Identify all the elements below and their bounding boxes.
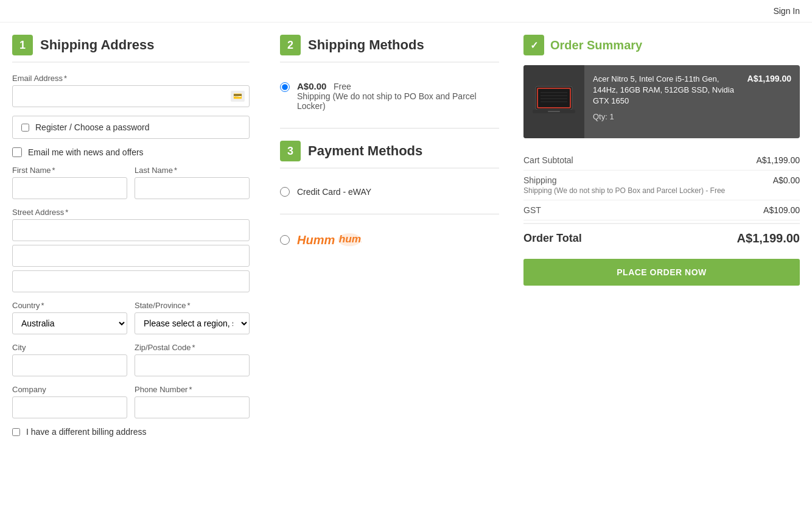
gst-label: GST (523, 205, 541, 215)
card-icon: 💳 (231, 91, 245, 102)
checkmark-badge: ✓ (523, 35, 544, 55)
country-select[interactable]: Australia (12, 312, 127, 334)
product-info: Acer Nitro 5, Intel Core i5-11th Gen, 14… (584, 65, 747, 138)
state-required: * (187, 301, 191, 310)
country-state-row: Country * Australia State/Province * Ple… (12, 301, 250, 334)
step3-badge: 3 (280, 141, 301, 161)
zip-input[interactable] (135, 354, 250, 376)
product-qty: Qty: 1 (593, 112, 739, 121)
humm-label[interactable]: Humm humm (297, 231, 362, 248)
email-label: Email Address * (12, 74, 250, 83)
last-name-label: Last Name * (135, 166, 250, 175)
register-label[interactable]: Register / Choose a password (35, 122, 150, 132)
first-name-label: First Name * (12, 166, 127, 175)
billing-label[interactable]: I have a different billing address (26, 427, 146, 437)
methods-section: 2 Shipping Methods A$0.00 Free Shipping … (268, 35, 511, 256)
shipping-row-info: Shipping (We do not ship to PO Box and P… (523, 186, 725, 195)
step1-badge: 1 (12, 35, 33, 55)
last-name-input[interactable] (135, 177, 250, 199)
name-row: First Name * Last Name * (12, 166, 250, 199)
street-input-2[interactable] (12, 245, 250, 267)
main-layout: 1 Shipping Address Email Address * 💳 Reg… (0, 23, 812, 449)
shipping-details: A$0.00 Free Shipping (We do not ship to … (297, 81, 499, 111)
order-summary-header: ✓ Order Summary (523, 35, 800, 55)
credit-card-label[interactable]: Credit Card - eWAY (297, 187, 371, 197)
billing-row: I have a different billing address (12, 427, 250, 437)
email-news-label[interactable]: Email me with news and offers (28, 147, 144, 157)
register-checkbox[interactable] (21, 124, 29, 132)
zip-required: * (192, 343, 195, 352)
laptop-icon (530, 80, 578, 123)
street-input-3[interactable] (12, 270, 250, 292)
country-group: Country * Australia (12, 301, 127, 334)
country-required: * (41, 301, 44, 310)
shipping-row: Shipping A$0.00 Shipping (We do not ship… (523, 171, 800, 200)
place-order-button[interactable]: PLACE ORDER NOW (523, 259, 800, 286)
product-card: Acer Nitro 5, Intel Core i5-11th Gen, 14… (523, 65, 800, 138)
email-form-group: Email Address * 💳 (12, 74, 250, 107)
svg-rect-4 (538, 89, 570, 107)
company-phone-row: Company Phone Number * (12, 385, 250, 418)
section1-header: 1 Shipping Address (12, 35, 250, 63)
city-label: City (12, 343, 127, 352)
email-news-row: Email me with news and offers (12, 147, 250, 157)
order-total-value: A$1,199.00 (737, 231, 800, 245)
zip-label: Zip/Postal Code * (135, 343, 250, 352)
product-name: Acer Nitro 5, Intel Core i5-11th Gen, 14… (593, 74, 739, 107)
company-label: Company (12, 385, 127, 394)
street-form-group: Street Address * (12, 208, 250, 292)
humm-bug-icon: humm (337, 231, 362, 248)
credit-card-option: Credit Card - eWAY (280, 180, 499, 204)
humm-text: Humm (297, 233, 335, 247)
svg-text:humm: humm (339, 233, 362, 245)
shipping-radio[interactable] (280, 82, 290, 92)
phone-label: Phone Number * (135, 385, 250, 394)
section3-header: 3 Payment Methods (280, 141, 499, 169)
company-input[interactable] (12, 396, 127, 418)
email-input[interactable] (12, 85, 250, 107)
shipping-row-value: A$0.00 (773, 175, 800, 185)
divider1 (280, 128, 499, 128)
first-name-group: First Name * (12, 166, 127, 199)
state-group: State/Province * Please select a region,… (135, 301, 250, 334)
last-name-required: * (174, 166, 177, 175)
svg-rect-10 (548, 111, 560, 112)
city-input[interactable] (12, 354, 127, 376)
phone-input[interactable] (135, 396, 250, 418)
email-news-checkbox[interactable] (12, 147, 22, 157)
order-summary-title: Order Summary (550, 38, 642, 52)
state-select[interactable]: Please select a region, s (135, 312, 250, 334)
shipping-description: Shipping (We do not ship to PO Box and P… (297, 91, 477, 111)
section2-header: 2 Shipping Methods (280, 35, 499, 63)
phone-group: Phone Number * (135, 385, 250, 418)
email-input-wrapper: 💳 (12, 85, 250, 107)
humm-radio[interactable] (280, 235, 290, 245)
company-group: Company (12, 385, 127, 418)
street-input-1[interactable] (12, 219, 250, 241)
first-name-input[interactable] (12, 177, 127, 199)
gst-row: GST A$109.00 (523, 200, 800, 220)
section3-title: Payment Methods (308, 143, 422, 159)
product-price: A$1,199.00 (747, 65, 800, 138)
product-image (523, 65, 584, 138)
cart-subtotal-value: A$1,199.00 (756, 155, 800, 165)
state-label: State/Province * (135, 301, 250, 310)
street-label: Street Address * (12, 208, 250, 217)
register-box[interactable]: Register / Choose a password (12, 116, 250, 139)
billing-checkbox[interactable] (12, 428, 20, 436)
first-name-required: * (52, 166, 55, 175)
city-group: City (12, 343, 127, 376)
street-required: * (65, 208, 68, 217)
shipping-row-label: Shipping (523, 175, 557, 185)
gst-value: A$109.00 (763, 205, 800, 215)
order-total-label: Order Total (523, 232, 582, 245)
humm-logo: Humm humm (297, 231, 362, 248)
city-zip-row: City Zip/Postal Code * (12, 343, 250, 376)
shipping-address-section: 1 Shipping Address Email Address * 💳 Reg… (12, 35, 268, 437)
shipping-type-label: Free (334, 82, 351, 91)
credit-card-radio[interactable] (280, 187, 290, 197)
section1-title: Shipping Address (40, 37, 154, 53)
sign-in-link[interactable]: Sign In (773, 6, 800, 16)
last-name-group: Last Name * (135, 166, 250, 199)
top-bar: Sign In (0, 0, 812, 23)
